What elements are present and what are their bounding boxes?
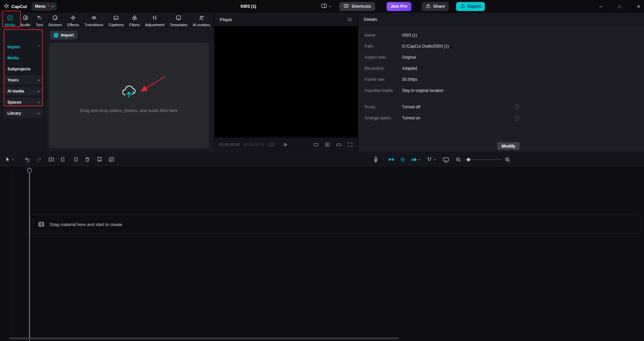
minimize-button[interactable]: ─ <box>598 4 604 9</box>
menu-label: Menu <box>35 4 45 9</box>
horizontal-scrollbar[interactable] <box>9 337 399 339</box>
sidebar-item-ai-media[interactable]: AI media <box>4 87 42 96</box>
player-option-chip[interactable] <box>268 143 275 147</box>
delete-button[interactable] <box>84 156 91 163</box>
notification-dot <box>47 4 49 6</box>
menu-button[interactable]: Menu <box>32 2 56 11</box>
undo-button[interactable] <box>24 156 30 163</box>
titlebar: CapCut Menu 0303 (1) <box>0 0 644 13</box>
panels-icon <box>321 3 327 10</box>
timeline-panel: Drag material here and start to create <box>0 152 644 341</box>
timeline-placeholder: Drag material here and start to create <box>50 222 122 227</box>
timeline-dropzone[interactable]: Drag material here and start to create <box>30 215 641 234</box>
dropzone-hint: Drag and drop videos, photos, and audio … <box>80 108 178 113</box>
redo-button[interactable] <box>36 156 42 163</box>
export-label: Export <box>467 4 481 9</box>
timeline-zoom-slider[interactable] <box>464 159 502 160</box>
tab-filters[interactable]: Filters <box>127 13 142 29</box>
tab-effects[interactable]: Effects <box>65 13 82 29</box>
details-row: Name: 0303 (1) <box>364 30 519 41</box>
tab-text[interactable]: Text <box>33 13 46 29</box>
sidebar-item-media[interactable]: Media <box>4 53 42 62</box>
help-icon[interactable]: ? <box>514 115 519 120</box>
details-row: Frame rate: 30.00fps <box>364 74 519 85</box>
playhead-handle[interactable] <box>28 168 32 173</box>
mask-button[interactable] <box>96 156 103 163</box>
chevron-down-icon <box>37 111 40 114</box>
import-button[interactable]: + Import <box>50 31 78 40</box>
preview-quality-button[interactable] <box>443 156 449 163</box>
letterbox-button[interactable] <box>336 142 342 148</box>
tab-transitions[interactable]: Transitions <box>82 13 106 29</box>
sidebar-item-yours[interactable]: Yours <box>4 75 42 84</box>
audio-icon <box>22 15 29 22</box>
aspect-ratio-button[interactable] <box>313 142 319 148</box>
maximize-button[interactable]: □ <box>617 4 623 9</box>
zoom-slider-knob[interactable] <box>467 158 470 161</box>
record-voiceover-button[interactable] <box>373 156 379 163</box>
sparkle-icon <box>70 15 76 22</box>
media-body: Import Media Subprojects Yours AI media <box>0 29 214 152</box>
media-dropzone[interactable]: Drag and drop videos, photos, and audio … <box>49 43 209 148</box>
details-row: Path: D:/CapCut Drafts/0303 (1) <box>364 41 519 52</box>
auto-ripple-toggle[interactable] <box>388 156 395 163</box>
tab-adjustment[interactable]: Adjustment <box>142 13 167 29</box>
tab-media[interactable]: Media <box>2 13 18 29</box>
templates-icon <box>176 15 182 22</box>
close-button[interactable]: ✕ <box>636 4 641 9</box>
export-button[interactable]: Export <box>456 2 485 11</box>
chevron-down-icon <box>37 78 40 81</box>
zoom-out-button[interactable] <box>455 157 461 163</box>
tab-audio[interactable]: Audio <box>18 13 33 29</box>
trim-left-button[interactable] <box>60 156 66 163</box>
adjustment-icon <box>152 15 158 22</box>
chevron-down-icon <box>37 100 40 103</box>
sidebar-item-import[interactable]: Import <box>4 42 42 51</box>
join-pro-button[interactable]: Join Pro <box>387 2 411 11</box>
snapping-button[interactable] <box>426 156 433 163</box>
fullscreen-button[interactable] <box>347 142 353 148</box>
plus-icon: + <box>54 33 58 38</box>
play-button[interactable] <box>283 142 288 147</box>
join-pro-label: Join Pro <box>391 4 407 9</box>
playhead[interactable] <box>29 167 30 341</box>
project-title: 0303 (1) <box>228 0 268 13</box>
tab-ai-avatars[interactable]: AI avatars <box>190 13 213 29</box>
link-toggle[interactable] <box>411 156 417 163</box>
sidebar-item-subprojects[interactable]: Subprojects <box>4 64 42 73</box>
tab-templates[interactable]: Templates <box>167 13 190 29</box>
player-controls: 00:00:00:00 00:00:00:00 <box>214 137 358 152</box>
player-title: Player <box>220 17 232 22</box>
player-header: Player <box>214 13 358 26</box>
keyframe-toggle[interactable] <box>399 156 406 163</box>
sticker-icon <box>52 15 58 22</box>
select-tool-button[interactable] <box>5 156 13 162</box>
layout-toggle-button[interactable] <box>321 3 331 10</box>
chevron-down-icon[interactable] <box>418 158 421 160</box>
player-panel: Player 00:00:00:00 00:00:00:00 <box>214 13 358 152</box>
modify-button[interactable]: Modify <box>497 142 519 150</box>
tab-captions[interactable]: Captions <box>106 13 127 29</box>
capcut-logo: CapCut <box>3 3 27 10</box>
share-label: Share <box>433 4 445 9</box>
hamburger-menu-icon[interactable] <box>347 17 352 22</box>
help-icon[interactable]: ? <box>514 104 519 109</box>
share-button[interactable]: Share <box>422 2 449 11</box>
split-button[interactable] <box>48 156 54 163</box>
transitions-icon <box>91 15 97 22</box>
sidebar-item-spaces[interactable]: Spaces <box>4 98 42 107</box>
chevron-down-icon[interactable] <box>434 158 436 160</box>
text-icon <box>36 15 42 22</box>
trim-right-button[interactable] <box>72 156 79 163</box>
shortcuts-button[interactable]: Shortcuts <box>339 2 375 11</box>
crop-button[interactable] <box>108 156 115 163</box>
zoom-fit-button[interactable] <box>325 142 330 148</box>
chevron-down-icon <box>51 4 54 7</box>
zoom-in-button[interactable] <box>504 157 510 163</box>
ribbon-tabbar: Media Audio Text <box>0 13 214 29</box>
details-row: Imported media: Stay in original locatio… <box>364 85 519 96</box>
sidebar-item-library[interactable]: Library <box>4 109 42 118</box>
filters-icon <box>132 15 138 22</box>
tab-stickers[interactable]: Stickers <box>46 13 65 29</box>
details-row: Arrange layers Turned on ? <box>364 112 519 123</box>
